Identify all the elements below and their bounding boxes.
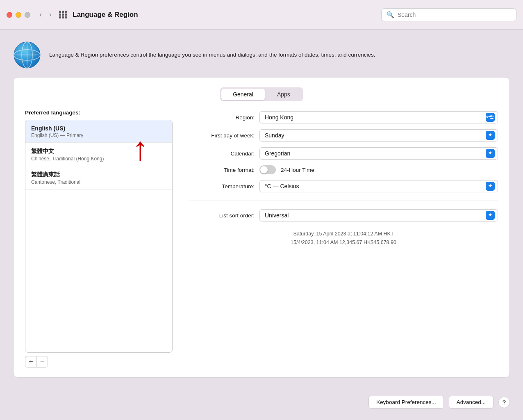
list-item[interactable]: 繁體廣東話 Cantonese, Traditional [25, 166, 172, 189]
temperature-select-wrapper: °C — Celsius [259, 180, 498, 192]
lang-sub: Chinese, Traditional (Hong Kong) [31, 156, 166, 162]
temperature-row: Temperature: °C — Celsius [189, 180, 498, 192]
window-title: Language & Region [73, 11, 381, 19]
tabs-row: General Apps [25, 87, 498, 101]
search-bar: 🔍 [381, 8, 516, 21]
languages-label: Preferred languages: [25, 110, 173, 116]
toggle-row: 24-Hour Time [259, 165, 314, 174]
list-buttons: + − [25, 356, 173, 368]
list-item[interactable]: English (US) English (US) — Primary [25, 120, 172, 143]
minimize-button[interactable] [16, 12, 21, 18]
calendar-label: Calendar: [189, 151, 255, 157]
main-content: Language & Region preferences control th… [0, 30, 523, 420]
calendar-row: Calendar: Gregorian [189, 147, 498, 160]
list-item[interactable]: 繁體中文 Chinese, Traditional (Hong Kong) [25, 143, 172, 166]
region-row: Region: Hong Kong [189, 111, 498, 123]
help-button[interactable]: ? [498, 397, 510, 408]
grid-icon[interactable] [59, 11, 67, 18]
time-format-label: Time format: [189, 167, 255, 173]
list-sort-label: List sort order: [189, 212, 255, 219]
close-button[interactable] [7, 12, 12, 18]
lang-name: English (US) [31, 125, 166, 132]
region-label: Region: [189, 114, 255, 121]
add-language-button[interactable]: + [25, 356, 36, 368]
traffic-lights [7, 12, 30, 18]
lang-sub: English (US) — Primary [31, 132, 166, 138]
lang-name: 繁體廣東話 [31, 171, 166, 178]
temperature-label: Temperature: [189, 183, 255, 189]
lang-name: 繁體中文 [31, 148, 166, 155]
tab-apps[interactable]: Apps [266, 89, 302, 100]
advanced-button[interactable]: Advanced... [449, 396, 493, 409]
back-button[interactable]: ‹ [37, 9, 44, 20]
list-sort-select-wrapper: Universal [259, 209, 498, 221]
panel: General Apps Preferred languages: ↑ Engl… [13, 77, 510, 378]
region-select-wrapper: Hong Kong [259, 111, 498, 123]
time-format-row: Time format: 24-Hour Time [189, 165, 498, 174]
tab-general[interactable]: General [221, 89, 265, 100]
region-select[interactable]: Hong Kong [259, 111, 498, 123]
time-format-toggle[interactable] [259, 165, 276, 174]
forward-button[interactable]: › [47, 9, 54, 20]
first-day-label: First day of week: [189, 132, 255, 139]
calendar-select[interactable]: Gregorian [259, 147, 498, 160]
time-format-toggle-label: 24-Hour Time [281, 167, 314, 173]
lang-sub: Cantonese, Traditional [31, 179, 166, 185]
remove-language-button[interactable]: − [36, 356, 48, 368]
date-preview: Saturday, 15 April 2023 at 11:04:12 AM H… [189, 230, 498, 247]
tabs-container: General Apps [220, 87, 303, 101]
language-list: ↑ English (US) English (US) — Primary 繁體… [25, 120, 173, 353]
header-description: Language & Region preferences control th… [49, 51, 375, 59]
list-sort-select[interactable]: Universal [259, 209, 498, 221]
date-preview-line2: 15/4/2023, 11:04 AM 12,345.67 HK$45,678.… [189, 238, 498, 247]
search-input[interactable] [398, 11, 511, 18]
maximize-button[interactable] [25, 12, 30, 18]
calendar-select-wrapper: Gregorian [259, 147, 498, 160]
settings-section: Region: Hong Kong [189, 110, 498, 368]
header-row: Language & Region preferences control th… [13, 41, 510, 69]
language-section: Preferred languages: ↑ English (US) Engl… [25, 110, 173, 368]
list-sort-row: List sort order: Universal [189, 209, 498, 221]
search-icon: 🔍 [387, 11, 394, 18]
bottom-row: Keyboard Preferences... Advanced... ? [13, 396, 510, 409]
keyboard-prefs-button[interactable]: Keyboard Preferences... [368, 396, 444, 409]
first-day-select[interactable]: Sunday [259, 129, 498, 142]
globe-icon [13, 41, 41, 69]
panel-body: Preferred languages: ↑ English (US) Engl… [25, 110, 498, 368]
date-preview-line1: Saturday, 15 April 2023 at 11:04:12 AM H… [189, 230, 498, 238]
temperature-select[interactable]: °C — Celsius [259, 180, 498, 192]
titlebar: ‹ › Language & Region 🔍 [0, 0, 523, 30]
nav-buttons: ‹ › [37, 9, 54, 20]
settings-divider [189, 201, 498, 201]
first-day-select-wrapper: Sunday [259, 129, 498, 142]
first-day-row: First day of week: Sunday [189, 129, 498, 142]
